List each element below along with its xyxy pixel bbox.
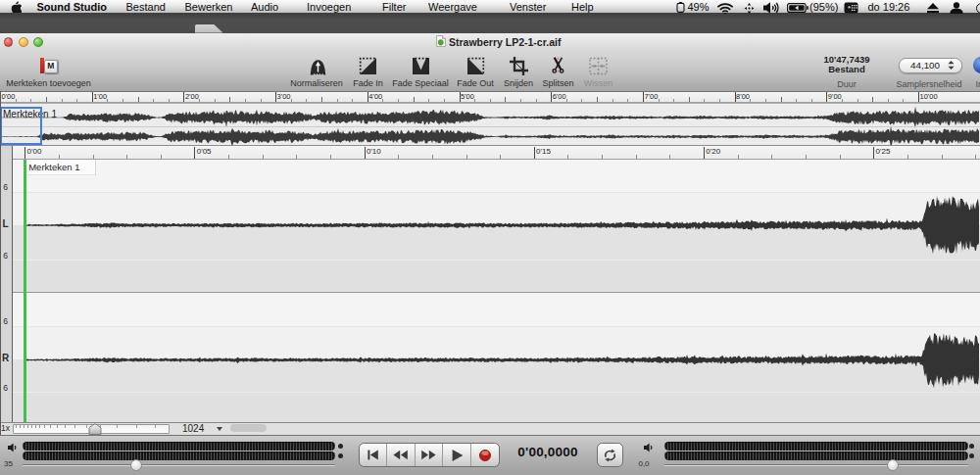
svg-text:*: * [848,3,851,12]
